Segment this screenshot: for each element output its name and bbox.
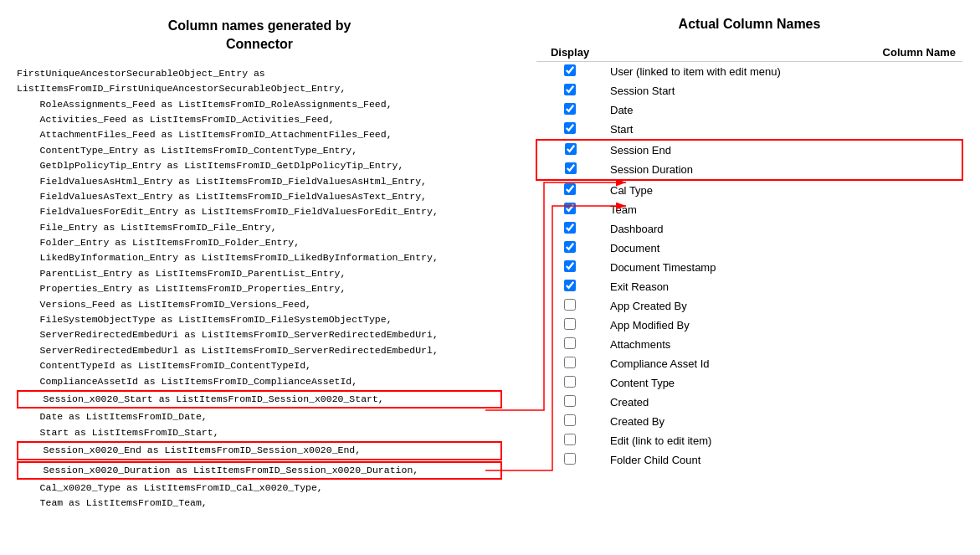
checkbox-cell-r14[interactable] (536, 316, 603, 335)
checkbox-r7[interactable] (564, 183, 576, 195)
column-name-r13: App Created By (603, 296, 962, 316)
checkbox-cell-r21[interactable] (536, 450, 603, 470)
checkbox-r13[interactable] (564, 299, 576, 311)
column-name-r15: Attachments (603, 335, 962, 354)
column-name-r8: Team (603, 200, 962, 219)
code-line-l20: ContentTypeId as ListItemsFromID_Content… (17, 358, 502, 373)
code-line-l25: Session_x0020_End as ListItemsFromID_Ses… (17, 441, 502, 460)
name-col-header: Column Name (603, 44, 962, 62)
checkbox-r9[interactable] (564, 222, 576, 234)
column-name-r6: Session Duration (603, 160, 962, 180)
checkbox-cell-r17[interactable] (536, 373, 603, 393)
checkbox-r19[interactable] (564, 414, 576, 426)
checkbox-cell-r20[interactable] (536, 431, 603, 450)
code-line-l7: GetDlpPolicyTip_Entry as ListItemsFromID… (17, 158, 502, 173)
checkbox-cell-r6[interactable] (536, 160, 603, 180)
table-row-r7: Cal Type (536, 180, 962, 200)
checkbox-cell-r10[interactable] (536, 239, 603, 258)
checkbox-r5[interactable] (565, 143, 577, 155)
checkbox-cell-r19[interactable] (536, 412, 603, 431)
checkbox-r20[interactable] (564, 434, 576, 445)
code-line-l9: FieldValuesAsText_Entry as ListItemsFrom… (17, 189, 502, 204)
code-line-l28: Team as ListItemsFromID_Team, (17, 496, 502, 511)
column-name-r4: Start (603, 120, 962, 140)
table-row-r17: Content Type (536, 373, 962, 393)
code-line-l22: Session_x0020_Start as ListItemsFromID_S… (17, 390, 502, 409)
table-row-r15: Attachments (536, 335, 962, 354)
checkbox-cell-r1[interactable] (536, 62, 603, 82)
right-panel: Actual Column Names Display Column Name … (519, 8, 980, 520)
table-row-r8: Team (536, 200, 962, 219)
column-name-r5: Session End (603, 140, 962, 160)
table-row-r12: Exit Reason (536, 277, 962, 296)
table-row-r2: Session Start (536, 81, 962, 100)
checkbox-cell-r18[interactable] (536, 393, 603, 412)
code-line-l19: ServerRedirectedEmbedUrl as ListItemsFro… (17, 343, 502, 358)
column-name-r11: Document Timestamp (603, 258, 962, 277)
checkbox-cell-r3[interactable] (536, 100, 603, 120)
checkbox-r11[interactable] (564, 260, 576, 272)
table-row-r20: Edit (link to edit item) (536, 431, 962, 450)
checkbox-r2[interactable] (564, 84, 576, 95)
table-row-r10: Document (536, 239, 962, 258)
checkbox-cell-r11[interactable] (536, 258, 603, 277)
column-name-r19: Created By (603, 412, 962, 431)
checkbox-r14[interactable] (564, 318, 576, 330)
column-table: Display Column Name User (linked to item… (536, 44, 963, 470)
column-name-r14: App Modified By (603, 316, 962, 335)
checkbox-cell-r7[interactable] (536, 180, 603, 200)
code-line-l4: Activities_Feed as ListItemsFromID_Activ… (17, 112, 502, 127)
checkbox-cell-r12[interactable] (536, 277, 603, 296)
code-line-l27: Cal_x0020_Type as ListItemsFromID_Cal_x0… (17, 480, 502, 496)
checkbox-r10[interactable] (564, 241, 576, 253)
code-line-l6: ContentType_Entry as ListItemsFromID_Con… (17, 143, 502, 158)
code-line-l26: Session_x0020_Duration as ListItemsFromI… (17, 461, 502, 480)
column-name-r3: Date (603, 100, 962, 120)
column-name-r20: Edit (link to edit item) (603, 431, 962, 450)
table-row-r4: Start (536, 120, 962, 140)
table-row-r11: Document Timestamp (536, 258, 962, 277)
column-name-r9: Dashboard (603, 219, 962, 239)
checkbox-cell-r8[interactable] (536, 200, 603, 219)
table-row-r16: Compliance Asset Id (536, 354, 962, 373)
column-name-r18: Created (603, 393, 962, 412)
code-line-l14: ParentList_Entry as ListItemsFromID_Pare… (17, 266, 502, 281)
table-row-r18: Created (536, 393, 962, 412)
table-row-r9: Dashboard (536, 219, 962, 239)
code-line-l2: ListItemsFromID_FirstUniqueAncestorSecur… (17, 81, 502, 96)
checkbox-cell-r13[interactable] (536, 296, 603, 316)
column-name-r2: Session Start (603, 81, 962, 100)
checkbox-cell-r4[interactable] (536, 120, 603, 140)
checkbox-cell-r15[interactable] (536, 335, 603, 354)
column-name-r17: Content Type (603, 373, 962, 393)
column-name-r7: Cal Type (603, 180, 962, 200)
checkbox-r21[interactable] (564, 453, 576, 465)
checkbox-r16[interactable] (564, 357, 576, 368)
checkbox-cell-r2[interactable] (536, 81, 603, 100)
code-line-l16: Versions_Feed as ListItemsFromID_Version… (17, 297, 502, 312)
checkbox-r4[interactable] (564, 122, 576, 134)
table-row-r3: Date (536, 100, 962, 120)
checkbox-r6[interactable] (565, 162, 577, 174)
column-name-r1: User (linked to item with edit menu) (603, 62, 962, 82)
code-line-l12: Folder_Entry as ListItemsFromID_Folder_E… (17, 235, 502, 250)
left-header-line2: Connector (226, 37, 293, 51)
code-line-l8: FieldValuesAsHtml_Entry as ListItemsFrom… (17, 174, 502, 189)
right-header: Actual Column Names (536, 17, 963, 32)
table-row-r5: Session End (536, 140, 962, 160)
checkbox-r15[interactable] (564, 337, 576, 349)
checkbox-r3[interactable] (564, 103, 576, 115)
code-block: FirstUniqueAncestorSecurableObject_Entry… (17, 66, 502, 511)
checkbox-cell-r16[interactable] (536, 354, 603, 373)
checkbox-cell-r9[interactable] (536, 219, 603, 239)
checkbox-cell-r5[interactable] (536, 140, 603, 160)
column-name-r10: Document (603, 239, 962, 258)
code-line-l15: Properties_Entry as ListItemsFromID_Prop… (17, 281, 502, 296)
checkbox-r17[interactable] (564, 376, 576, 388)
checkbox-r8[interactable] (564, 203, 576, 214)
table-row-r6: Session Duration (536, 160, 962, 180)
checkbox-r12[interactable] (564, 280, 576, 291)
checkbox-r1[interactable] (564, 64, 576, 76)
code-line-l5: AttachmentFiles_Feed as ListItemsFromID_… (17, 127, 502, 142)
checkbox-r18[interactable] (564, 395, 576, 407)
